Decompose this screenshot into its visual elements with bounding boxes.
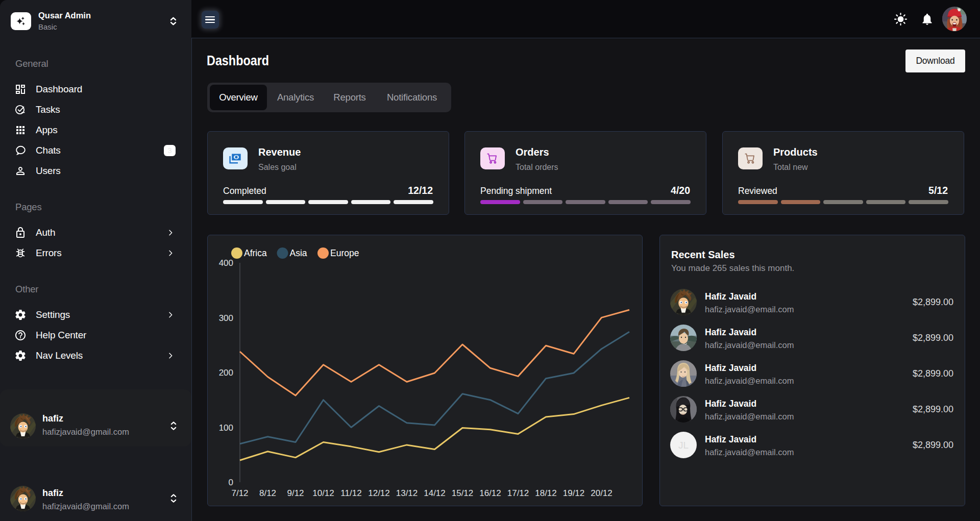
svg-text:400: 400 [219,258,233,268]
svg-text:18/12: 18/12 [535,488,557,498]
svg-text:Europe: Europe [330,248,359,258]
svg-text:12/12: 12/12 [368,488,390,498]
svg-text:10/12: 10/12 [312,488,334,498]
svg-text:7/12: 7/12 [231,488,248,498]
svg-text:300: 300 [219,313,233,323]
svg-text:14/12: 14/12 [424,488,446,498]
svg-text:0: 0 [229,478,233,487]
svg-text:9/12: 9/12 [287,488,304,498]
svg-text:Asia: Asia [290,248,307,258]
svg-text:8/12: 8/12 [259,488,276,498]
svg-text:16/12: 16/12 [479,488,501,498]
svg-text:11/12: 11/12 [340,488,361,498]
svg-text:17/12: 17/12 [507,488,529,498]
svg-text:13/12: 13/12 [396,488,418,498]
svg-text:15/12: 15/12 [452,488,474,498]
svg-text:100: 100 [219,423,233,433]
svg-text:20/12: 20/12 [591,488,612,498]
svg-text:19/12: 19/12 [563,488,585,498]
svg-text:200: 200 [219,368,233,378]
svg-text:Africa: Africa [244,248,267,258]
